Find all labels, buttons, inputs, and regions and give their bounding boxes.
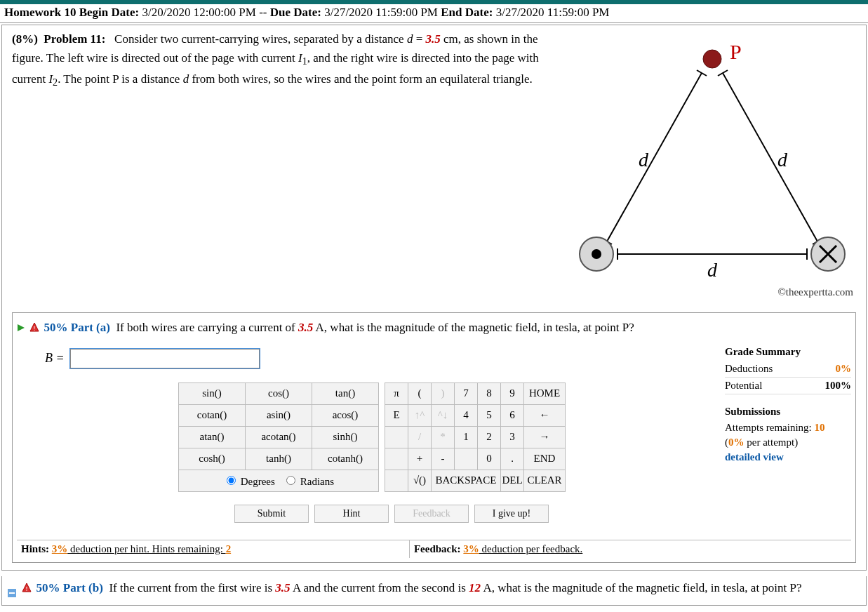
key-rparen[interactable]: ): [432, 382, 455, 404]
begin-label: Begin Date:: [79, 6, 139, 19]
svg-point-0: [703, 50, 721, 68]
fn-cos[interactable]: cos(): [246, 382, 312, 404]
problem-figure: P d d: [568, 29, 856, 282]
key-end[interactable]: END: [524, 448, 566, 470]
key-backspace[interactable]: BACKSPACE: [432, 470, 501, 491]
submissions-title: Submissions: [725, 404, 851, 419]
expand-icon[interactable]: [17, 319, 25, 338]
begin-date: 3/20/2020 12:00:00 PM: [142, 6, 255, 19]
svg-text:P: P: [730, 40, 742, 63]
fn-sinh[interactable]: sinh(): [312, 426, 379, 448]
svg-line-6: [718, 70, 728, 76]
key-sqrt[interactable]: √(): [408, 470, 432, 491]
svg-text:d: d: [777, 149, 788, 171]
fn-tanh[interactable]: tanh(): [246, 448, 312, 470]
key-4[interactable]: 4: [455, 404, 478, 426]
fn-cotan[interactable]: cotan(): [179, 404, 246, 426]
key-blank2: [385, 448, 408, 470]
collapse-icon[interactable]: [8, 585, 16, 593]
fn-asin[interactable]: asin(): [246, 404, 312, 426]
fn-acos[interactable]: acos(): [312, 404, 379, 426]
problem-statement: (8%) Problem 11: Consider two current-ca…: [12, 29, 568, 91]
key-num-blank: [455, 448, 478, 470]
hints-feedback-row: Hints: 3% deduction per hint. Hints rema…: [17, 540, 851, 558]
submit-button[interactable]: Submit: [234, 505, 309, 523]
feedback-button[interactable]: Feedback: [394, 505, 469, 523]
svg-rect-23: [9, 592, 15, 594]
problem-weight: (8%): [12, 32, 38, 46]
figure-copyright: ©theexpertta.com: [12, 282, 856, 298]
giveup-button[interactable]: I give up!: [474, 505, 549, 523]
date-sep: --: [259, 6, 267, 19]
svg-text:d: d: [639, 149, 649, 171]
key-9[interactable]: 9: [501, 382, 524, 404]
key-minus[interactable]: -: [432, 448, 455, 470]
key-pi[interactable]: π: [385, 382, 408, 404]
svg-text:!: !: [26, 585, 28, 592]
function-keys: sin()cos()tan() cotan()asin()acos() atan…: [178, 382, 379, 492]
part-a-container: ! 50% Part (a) If both wires are carryin…: [12, 312, 856, 563]
key-right[interactable]: →: [524, 426, 566, 448]
problem-container: (8%) Problem 11: Consider two current-ca…: [1, 25, 867, 571]
svg-line-3: [723, 73, 817, 241]
fn-tan[interactable]: tan(): [312, 382, 379, 404]
hints-info: Hints: 3% deduction per hint. Hints rema…: [17, 540, 410, 558]
numeric-keys: π ( ) 7 8 9 HOME E ↑^ ^↓ 4: [385, 382, 566, 492]
detailed-view-link[interactable]: detailed view: [725, 450, 851, 465]
key-home[interactable]: HOME: [524, 382, 566, 404]
key-dot[interactable]: .: [501, 448, 524, 470]
problem-number: Problem 11:: [44, 32, 105, 46]
svg-text:!: !: [34, 325, 36, 332]
key-1[interactable]: 1: [455, 426, 478, 448]
key-sup[interactable]: ↑^: [408, 404, 432, 426]
key-6[interactable]: 6: [501, 404, 524, 426]
key-8[interactable]: 8: [478, 382, 501, 404]
part-a-header: ! 50% Part (a) If both wires are carryin…: [17, 317, 851, 342]
key-plus[interactable]: +: [408, 448, 432, 470]
answer-variable: B =: [45, 351, 65, 366]
svg-text:d: d: [707, 259, 718, 281]
hw-label: Homework 10: [4, 6, 76, 19]
warning-icon: !: [29, 319, 39, 338]
key-sub[interactable]: ^↓: [432, 404, 455, 426]
fn-sin[interactable]: sin(): [179, 382, 246, 404]
keypad: sin()cos()tan() cotan()asin()acos() atan…: [178, 382, 721, 492]
svg-line-4: [697, 70, 707, 76]
grade-summary-title: Grade Summary: [725, 345, 851, 359]
grade-summary: Grade Summary Deductions0% Potential100%…: [721, 345, 851, 474]
key-2[interactable]: 2: [478, 426, 501, 448]
assignment-header: Homework 10 Begin Date: 3/20/2020 12:00:…: [0, 4, 868, 23]
hint-button[interactable]: Hint: [314, 505, 389, 523]
warning-icon: !: [22, 580, 32, 598]
due-label: Due Date:: [270, 6, 321, 19]
action-buttons: Submit Hint Feedback I give up!: [234, 505, 721, 523]
key-5[interactable]: 5: [478, 404, 501, 426]
fn-cosh[interactable]: cosh(): [179, 448, 246, 470]
degrees-radio[interactable]: Degrees: [223, 476, 275, 487]
key-7[interactable]: 7: [455, 382, 478, 404]
fn-cotanh[interactable]: cotanh(): [312, 448, 379, 470]
key-clear[interactable]: CLEAR: [524, 470, 566, 491]
svg-marker-19: [18, 324, 25, 331]
key-e[interactable]: E: [385, 404, 408, 426]
key-lparen[interactable]: (: [408, 382, 432, 404]
svg-point-12: [592, 249, 601, 259]
key-0[interactable]: 0: [478, 448, 501, 470]
svg-line-2: [607, 73, 702, 241]
radians-radio[interactable]: Radians: [283, 476, 334, 487]
key-div[interactable]: /: [408, 426, 432, 448]
angle-mode-row: Degrees Radians: [179, 470, 379, 491]
key-left[interactable]: ←: [524, 404, 566, 426]
part-b-container: ! 50% Part (b) If the current from the f…: [1, 576, 867, 606]
end-date: 3/27/2020 11:59:00 PM: [496, 6, 610, 19]
key-3[interactable]: 3: [501, 426, 524, 448]
fn-atan[interactable]: atan(): [179, 426, 246, 448]
key-mul[interactable]: *: [432, 426, 455, 448]
answer-input[interactable]: [70, 349, 260, 368]
key-blank1: [385, 426, 408, 448]
key-del[interactable]: DEL: [501, 470, 524, 491]
part-b-label: 50% Part (b): [36, 581, 103, 594]
feedback-info: Feedback: 3% deduction per feedback.: [410, 540, 735, 558]
fn-acotan[interactable]: acotan(): [246, 426, 312, 448]
due-date: 3/27/2020 11:59:00 PM: [324, 6, 438, 19]
